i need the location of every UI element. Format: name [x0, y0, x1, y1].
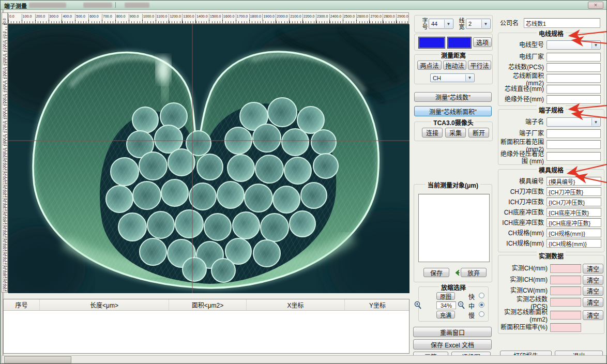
- field-label: 实测芯线断面积 (mm2): [498, 309, 548, 324]
- measured-cw-input[interactable]: [550, 286, 581, 295]
- field-label: CH规格(mm): [499, 230, 544, 237]
- options-button[interactable]: 选项: [473, 37, 492, 47]
- wire-maker-input[interactable]: [547, 53, 601, 62]
- discard-arrow-icon: [454, 269, 460, 278]
- redacted-text: [83, 3, 112, 8]
- specimen-image-canvas[interactable]: [8, 24, 409, 293]
- measure-distance-title: 测量距离: [439, 51, 468, 59]
- field-label: 绝缘外径(mm): [499, 96, 544, 103]
- app-window: 端子测量 ✕ 0.0 0.0100.0200.0300.0400.0500.06…: [0, 0, 607, 364]
- speed-slow-label: 慢: [468, 311, 475, 320]
- field-label: 端子名: [499, 119, 544, 126]
- ch-spec-input[interactable]: {CH规格(mm)}: [547, 229, 601, 237]
- terminal-maker-input[interactable]: [547, 129, 601, 138]
- speed-slow-radio[interactable]: [479, 311, 484, 317]
- zoom-fill-button[interactable]: 充满: [436, 311, 455, 318]
- two-point-button[interactable]: 两点法: [417, 60, 442, 70]
- insulation-od-input[interactable]: [547, 95, 601, 104]
- wire-spec-group: 电线规格 电线型号 ▼ 电线厂家 芯线数(PCS) 芯线断面积 (mm2) 芯线…: [498, 33, 604, 106]
- current-object-group: 当前测量对象(μm) 保存 放弃: [414, 184, 492, 282]
- measured-core-count-input[interactable]: [550, 298, 581, 307]
- terminal-spec-title: 端子规格: [537, 105, 566, 114]
- mold-spec-group: 模具规格 模具编号 {模具编号} CH刀冲压数 {CH刀冲压数} ICH刀冲压数…: [498, 169, 604, 252]
- field-label: CH刀冲压数: [499, 189, 544, 196]
- measure-distance-group: 测量距离 两点法 拖动法 平行法 CH▼: [414, 54, 493, 84]
- horizontal-ruler: 0.0100.0200.0300.0400.0500.0600.0700.080…: [8, 12, 409, 24]
- font-size-dropdown[interactable]: 44▼: [429, 19, 453, 29]
- zoom-out-icon[interactable]: [457, 301, 465, 311]
- current-object-list[interactable]: [418, 194, 490, 262]
- insulation-crimp-range-input[interactable]: [547, 152, 601, 161]
- ich-spec-input[interactable]: {ICH规格(mm)}: [547, 239, 601, 248]
- parallel-button[interactable]: 平行法: [468, 60, 491, 70]
- field-label: ICH规格(mm): [499, 240, 544, 248]
- redacted-text: [125, 3, 149, 8]
- camera-group: TCA3.0摄像头 连接 采集 断开: [414, 122, 493, 141]
- camera-title: TCA3.0摄像头: [431, 118, 475, 127]
- color-swatch-2[interactable]: [447, 37, 472, 49]
- color-swatch-1[interactable]: [418, 37, 445, 49]
- clear-button[interactable]: 清空: [583, 286, 603, 296]
- line-width-dropdown[interactable]: 2▼: [466, 19, 491, 29]
- terminal-name-dropdown[interactable]: ▼: [547, 117, 601, 127]
- camera-connect-button[interactable]: 连接: [422, 128, 443, 138]
- speed-medium-radio[interactable]: [479, 302, 484, 308]
- core-area-input[interactable]: [547, 74, 601, 83]
- compression-ratio-input[interactable]: [550, 323, 581, 332]
- drag-button[interactable]: 拖动法: [443, 60, 466, 70]
- col-x: X坐标: [247, 299, 345, 310]
- speed-fast-radio[interactable]: [479, 293, 484, 298]
- mold-number-input[interactable]: {模具编号}: [547, 177, 601, 186]
- chevron-down-icon: ▼: [481, 20, 490, 28]
- redraw-button[interactable]: 重画窗口: [413, 327, 492, 337]
- horizontal-scrollbar[interactable]: [2, 355, 606, 363]
- window-title: 端子测量: [4, 2, 27, 10]
- field-label: 实测ICH(mm): [498, 277, 548, 284]
- measure-area-button[interactable]: 测量“芯线断面积”: [414, 106, 492, 116]
- chevron-down-icon: ▼: [465, 74, 474, 81]
- core-count-input[interactable]: [547, 63, 601, 72]
- ruler-corner: 0.0: [2, 12, 8, 24]
- zoom-in-icon[interactable]: [414, 301, 421, 311]
- speed-medium-label: 中: [468, 301, 475, 310]
- title-separator: [115, 2, 116, 8]
- redacted-text: [29, 3, 66, 8]
- ich-base-count-input[interactable]: {ICH底座冲压数}: [547, 218, 601, 227]
- field-label: ICH底座冲压数: [499, 220, 544, 227]
- zoom-original-button[interactable]: 原图: [436, 292, 455, 300]
- col-index: 序号: [4, 299, 40, 310]
- scrollbar-thumb[interactable]: [4, 356, 71, 363]
- vertical-ruler: 0.0100.0200.0300.0400.0500.0600.0700.080…: [2, 24, 8, 293]
- chevron-down-icon: ▼: [444, 20, 452, 28]
- mold-spec-title: 模具规格: [537, 165, 566, 174]
- text-style-group: 字号 44▼ 线宽 2▼: [414, 15, 493, 33]
- measure-count-button[interactable]: 测量“芯线数”: [414, 92, 492, 102]
- measured-core-area-input[interactable]: [550, 311, 581, 320]
- save-button[interactable]: 保存: [423, 268, 449, 277]
- clear-button[interactable]: 清空: [583, 310, 603, 320]
- clear-button[interactable]: 清空: [583, 297, 603, 307]
- chevron-down-icon: ▼: [591, 41, 600, 49]
- measured-ich-input[interactable]: [550, 276, 581, 284]
- save-excel-button[interactable]: 保存 Excel 文档: [413, 339, 492, 350]
- clear-button[interactable]: 清空: [583, 264, 603, 274]
- measured-ch-input[interactable]: [550, 264, 581, 273]
- ch-base-count-input[interactable]: {CH底座冲压数}: [547, 208, 601, 217]
- wire-model-dropdown[interactable]: ▼: [547, 40, 601, 50]
- camera-capture-button[interactable]: 采集: [445, 128, 466, 138]
- font-size-label: 字号: [420, 18, 429, 30]
- field-label: 芯线直径(mm): [499, 86, 544, 93]
- close-icon[interactable]: ✕: [588, 2, 603, 9]
- crimp-area-range-input[interactable]: [547, 140, 601, 149]
- clear-button[interactable]: 清空: [583, 275, 603, 285]
- field-label: 实测CW(mm): [498, 287, 548, 295]
- discard-button[interactable]: 放弃: [461, 268, 487, 277]
- measure-mode-dropdown[interactable]: CH▼: [430, 73, 475, 82]
- ich-blade-count-input[interactable]: {ICH刀冲压数}: [547, 198, 601, 206]
- color-group: 选项: [414, 34, 493, 51]
- company-input[interactable]: 芯线数1: [524, 18, 600, 28]
- camera-disconnect-button[interactable]: 断开: [468, 128, 489, 138]
- ch-blade-count-input[interactable]: {CH刀冲压数}: [547, 187, 601, 196]
- core-diameter-input[interactable]: [547, 85, 601, 94]
- measurement-table[interactable]: 序号 长度<μm> 面积<μm2> X坐标 Y坐标: [3, 299, 409, 354]
